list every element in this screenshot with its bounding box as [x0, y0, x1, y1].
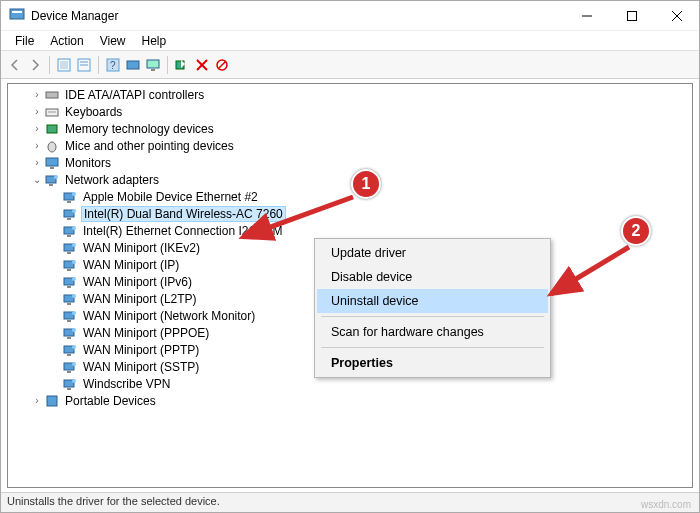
annotation-badge-1: 1 [351, 169, 381, 199]
net-icon [44, 172, 60, 188]
expand-arrow-closed[interactable]: › [30, 157, 44, 168]
expand-arrow-closed[interactable]: › [30, 89, 44, 100]
mem-icon [44, 121, 60, 137]
tree-item[interactable]: ›Memory technology devices [8, 120, 692, 137]
scan-icon[interactable] [125, 57, 141, 73]
tree-item-label: WAN Miniport (IP) [81, 258, 181, 272]
net-icon [62, 240, 78, 256]
watermark: wsxdn.com [641, 499, 691, 510]
svg-rect-14 [147, 60, 159, 68]
svg-rect-47 [67, 286, 71, 288]
svg-rect-41 [67, 252, 71, 254]
tree-item-label: WAN Miniport (IKEv2) [81, 241, 202, 255]
svg-point-30 [54, 175, 58, 179]
tree-item[interactable]: Intel(R) Ethernet Connection I217-LM [8, 222, 692, 239]
close-button[interactable] [654, 1, 699, 31]
forward-icon[interactable] [27, 57, 43, 73]
help-icon[interactable]: ? [105, 57, 121, 73]
svg-point-39 [72, 226, 76, 230]
net-icon [62, 257, 78, 273]
svg-rect-53 [67, 320, 71, 322]
expand-arrow-closed[interactable]: › [30, 106, 44, 117]
svg-rect-29 [49, 184, 53, 186]
svg-rect-27 [50, 167, 54, 169]
net-icon [62, 308, 78, 324]
tree-item[interactable]: ⌄Network adapters [8, 171, 692, 188]
net-icon [62, 206, 78, 222]
show-hidden-icon[interactable] [56, 57, 72, 73]
tree-item[interactable]: Apple Mobile Device Ethernet #2 [8, 188, 692, 205]
menu-action[interactable]: Action [42, 32, 91, 50]
tree-item-selected[interactable]: Intel(R) Dual Band Wireless-AC 7260 [8, 205, 692, 222]
ctx-update-driver[interactable]: Update driver [317, 241, 548, 265]
tree-item-label: Monitors [63, 156, 113, 170]
expand-arrow-closed[interactable]: › [30, 140, 44, 151]
tree-item-label: Intel(R) Dual Band Wireless-AC 7260 [81, 206, 286, 222]
expand-arrow-closed[interactable]: › [30, 395, 44, 406]
ctx-properties[interactable]: Properties [317, 351, 548, 375]
svg-rect-0 [10, 9, 24, 19]
menu-help[interactable]: Help [134, 32, 175, 50]
net-icon [62, 359, 78, 375]
svg-rect-21 [46, 92, 58, 98]
tree-item-label: Windscribe VPN [81, 377, 172, 391]
tree-item-label: Memory technology devices [63, 122, 216, 136]
svg-line-20 [218, 61, 226, 69]
ctx-scan-hardware[interactable]: Scan for hardware changes [317, 320, 548, 344]
tree-item-label: Apple Mobile Device Ethernet #2 [81, 190, 260, 204]
svg-rect-1 [12, 11, 22, 13]
svg-point-33 [72, 192, 76, 196]
svg-point-54 [72, 311, 76, 315]
net-icon [62, 274, 78, 290]
app-icon [9, 6, 25, 25]
svg-rect-15 [151, 69, 155, 71]
update-driver-icon[interactable] [174, 57, 190, 73]
svg-point-60 [72, 345, 76, 349]
svg-rect-38 [67, 235, 71, 237]
tree-item[interactable]: ›Mice and other pointing devices [8, 137, 692, 154]
svg-text:?: ? [110, 60, 116, 71]
expand-arrow-closed[interactable]: › [30, 123, 44, 134]
svg-rect-13 [127, 61, 139, 69]
context-menu: Update driver Disable device Uninstall d… [314, 238, 551, 378]
svg-rect-50 [67, 303, 71, 305]
tree-item-label: IDE ATA/ATAPI controllers [63, 88, 206, 102]
menu-view[interactable]: View [92, 32, 134, 50]
svg-point-36 [72, 209, 76, 213]
expand-arrow-open[interactable]: ⌄ [30, 174, 44, 185]
properties-icon[interactable] [76, 57, 92, 73]
tree-item-label: WAN Miniport (PPPOE) [81, 326, 211, 340]
tree-item-label: Network adapters [63, 173, 161, 187]
disable-icon[interactable] [214, 57, 230, 73]
tree-item[interactable]: ›Portable Devices [8, 392, 692, 409]
ctx-disable-device[interactable]: Disable device [317, 265, 548, 289]
tree-item[interactable]: ›IDE ATA/ATAPI controllers [8, 86, 692, 103]
titlebar: Device Manager [1, 1, 699, 31]
svg-point-25 [48, 142, 56, 152]
monitor-icon[interactable] [145, 57, 161, 73]
uninstall-icon[interactable] [194, 57, 210, 73]
toolbar: ? [1, 51, 699, 79]
tree-item-label: WAN Miniport (L2TP) [81, 292, 199, 306]
svg-point-57 [72, 328, 76, 332]
kb-icon [44, 104, 60, 120]
tree-item[interactable]: ›Keyboards [8, 103, 692, 120]
tree-item[interactable]: ›Monitors [8, 154, 692, 171]
minimize-button[interactable] [564, 1, 609, 31]
svg-rect-35 [67, 218, 71, 220]
mon-icon [44, 155, 60, 171]
maximize-button[interactable] [609, 1, 654, 31]
tree-item-label: WAN Miniport (Network Monitor) [81, 309, 257, 323]
tree-item-label: Intel(R) Ethernet Connection I217-LM [81, 224, 284, 238]
back-icon[interactable] [7, 57, 23, 73]
svg-point-66 [72, 379, 76, 383]
window-title: Device Manager [31, 9, 564, 23]
menu-file[interactable]: File [7, 32, 42, 50]
svg-rect-24 [47, 125, 57, 133]
tree-item-label: Portable Devices [63, 394, 158, 408]
ctx-uninstall-device[interactable]: Uninstall device [317, 289, 548, 313]
ctx-separator [321, 316, 544, 317]
tree-item-label: Keyboards [63, 105, 124, 119]
mouse-icon [44, 138, 60, 154]
svg-rect-65 [67, 388, 71, 390]
